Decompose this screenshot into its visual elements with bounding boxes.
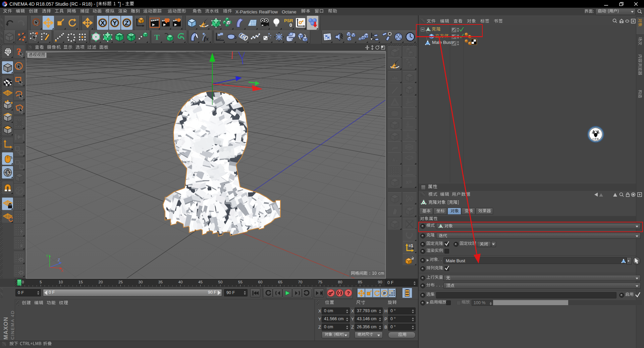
svg-text:fx: fx	[204, 36, 209, 42]
svg-text:75: 75	[318, 280, 322, 284]
svg-text:T: T	[154, 33, 159, 42]
svg-text:?: ?	[347, 290, 350, 296]
svg-text:Z: Z	[125, 19, 129, 26]
svg-text:40: 40	[178, 280, 183, 284]
svg-text:5: 5	[40, 280, 42, 284]
svg-text:x=: x=	[406, 179, 412, 185]
svg-text:=1: =1	[409, 243, 413, 248]
svg-text:60: 60	[258, 280, 263, 284]
svg-text:0: 0	[289, 22, 292, 28]
svg-text:Z: Z	[58, 258, 60, 262]
svg-text:10: 10	[59, 280, 63, 284]
svg-text:X: X	[101, 19, 105, 26]
svg-text:30: 30	[139, 280, 143, 284]
svg-text:45: 45	[198, 280, 203, 284]
svg-text:85: 85	[358, 280, 362, 284]
svg-text:50: 50	[218, 280, 223, 284]
svg-text:55: 55	[238, 280, 243, 284]
svg-text:70: 70	[298, 280, 303, 284]
svg-text:Y: Y	[113, 19, 117, 26]
svg-text:20: 20	[99, 280, 103, 284]
svg-text:S: S	[6, 170, 9, 175]
svg-text:X: X	[61, 269, 64, 273]
svg-text:P: P	[383, 291, 386, 295]
svg-text:35: 35	[158, 280, 163, 284]
svg-text:65: 65	[278, 280, 282, 284]
svg-text:25: 25	[118, 280, 123, 284]
svg-text:15: 15	[78, 280, 83, 284]
svg-text:80: 80	[338, 280, 342, 284]
svg-text:Y: Y	[46, 254, 49, 258]
svg-text:0: 0	[22, 280, 24, 284]
svg-text:90: 90	[378, 280, 382, 284]
